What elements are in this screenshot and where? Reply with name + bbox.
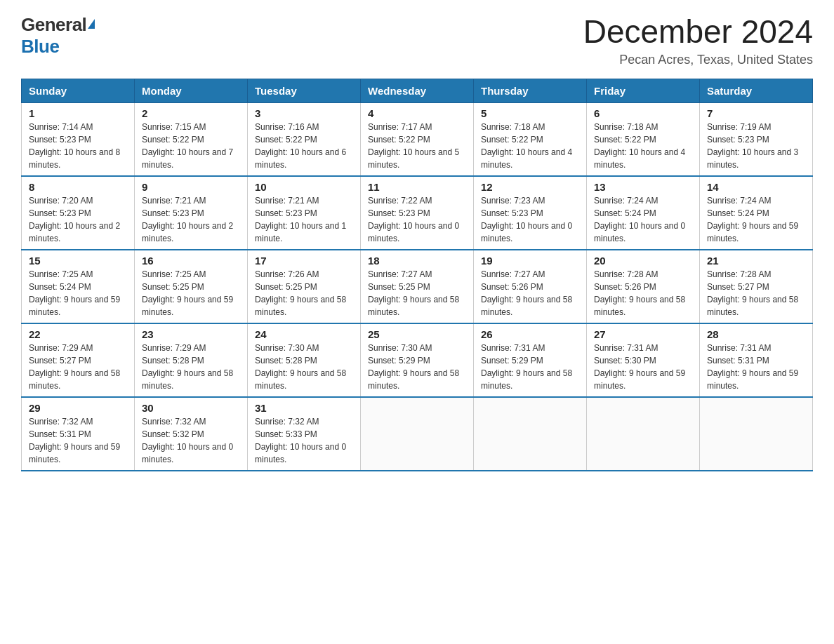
day-info: Sunrise: 7:25 AMSunset: 5:25 PMDaylight:… xyxy=(142,268,240,318)
calendar-cell: 25Sunrise: 7:30 AMSunset: 5:29 PMDayligh… xyxy=(361,323,474,397)
calendar-body: 1Sunrise: 7:14 AMSunset: 5:23 PMDaylight… xyxy=(22,102,813,471)
calendar-cell xyxy=(474,397,587,471)
day-number: 29 xyxy=(29,402,127,414)
day-number: 19 xyxy=(481,255,579,267)
calendar-cell: 26Sunrise: 7:31 AMSunset: 5:29 PMDayligh… xyxy=(474,323,587,397)
day-info: Sunrise: 7:15 AMSunset: 5:22 PMDaylight:… xyxy=(142,121,240,171)
day-number: 12 xyxy=(481,181,579,193)
calendar-cell xyxy=(587,397,700,471)
day-info: Sunrise: 7:32 AMSunset: 5:31 PMDaylight:… xyxy=(29,415,127,466)
day-info: Sunrise: 7:18 AMSunset: 5:22 PMDaylight:… xyxy=(481,121,579,171)
day-number: 27 xyxy=(594,328,692,340)
calendar-cell: 6Sunrise: 7:18 AMSunset: 5:22 PMDaylight… xyxy=(587,102,700,176)
day-info: Sunrise: 7:17 AMSunset: 5:22 PMDaylight:… xyxy=(368,121,466,171)
header-cell-friday: Friday xyxy=(587,79,700,102)
calendar-cell: 28Sunrise: 7:31 AMSunset: 5:31 PMDayligh… xyxy=(700,323,813,397)
day-info: Sunrise: 7:32 AMSunset: 5:33 PMDaylight:… xyxy=(255,415,353,466)
logo-general-text: General xyxy=(21,14,86,36)
day-info: Sunrise: 7:21 AMSunset: 5:23 PMDaylight:… xyxy=(142,194,240,245)
day-number: 31 xyxy=(255,402,353,414)
calendar-cell: 24Sunrise: 7:30 AMSunset: 5:28 PMDayligh… xyxy=(248,323,361,397)
calendar-cell: 22Sunrise: 7:29 AMSunset: 5:27 PMDayligh… xyxy=(22,323,135,397)
day-number: 14 xyxy=(707,181,805,193)
calendar-cell xyxy=(700,397,813,471)
day-info: Sunrise: 7:31 AMSunset: 5:29 PMDaylight:… xyxy=(481,342,579,392)
day-number: 22 xyxy=(29,328,127,340)
calendar-cell: 23Sunrise: 7:29 AMSunset: 5:28 PMDayligh… xyxy=(135,323,248,397)
day-number: 26 xyxy=(481,328,579,340)
day-info: Sunrise: 7:32 AMSunset: 5:32 PMDaylight:… xyxy=(142,415,240,466)
calendar-cell: 3Sunrise: 7:16 AMSunset: 5:22 PMDaylight… xyxy=(248,102,361,176)
day-number: 21 xyxy=(707,255,805,267)
day-number: 25 xyxy=(368,328,466,340)
calendar-cell: 5Sunrise: 7:18 AMSunset: 5:22 PMDaylight… xyxy=(474,102,587,176)
logo: General Blue xyxy=(21,14,95,58)
day-number: 20 xyxy=(594,255,692,267)
day-number: 9 xyxy=(142,181,240,193)
page-header: General Blue December 2024 Pecan Acres, … xyxy=(21,14,813,67)
day-number: 8 xyxy=(29,181,127,193)
day-info: Sunrise: 7:16 AMSunset: 5:22 PMDaylight:… xyxy=(255,121,353,171)
calendar-cell: 27Sunrise: 7:31 AMSunset: 5:30 PMDayligh… xyxy=(587,323,700,397)
calendar-cell: 21Sunrise: 7:28 AMSunset: 5:27 PMDayligh… xyxy=(700,250,813,323)
calendar-cell: 10Sunrise: 7:21 AMSunset: 5:23 PMDayligh… xyxy=(248,176,361,250)
day-number: 11 xyxy=(368,181,466,193)
header-cell-thursday: Thursday xyxy=(474,79,587,102)
day-number: 30 xyxy=(142,402,240,414)
day-number: 18 xyxy=(368,255,466,267)
title-block: December 2024 Pecan Acres, Texas, United… xyxy=(583,14,813,67)
calendar-cell: 14Sunrise: 7:24 AMSunset: 5:24 PMDayligh… xyxy=(700,176,813,250)
day-info: Sunrise: 7:14 AMSunset: 5:23 PMDaylight:… xyxy=(29,121,127,171)
day-info: Sunrise: 7:26 AMSunset: 5:25 PMDaylight:… xyxy=(255,268,353,318)
calendar-cell: 9Sunrise: 7:21 AMSunset: 5:23 PMDaylight… xyxy=(135,176,248,250)
day-number: 10 xyxy=(255,181,353,193)
header-cell-sunday: Sunday xyxy=(22,79,135,102)
day-info: Sunrise: 7:20 AMSunset: 5:23 PMDaylight:… xyxy=(29,194,127,245)
day-number: 13 xyxy=(594,181,692,193)
day-info: Sunrise: 7:31 AMSunset: 5:31 PMDaylight:… xyxy=(707,342,805,392)
day-info: Sunrise: 7:27 AMSunset: 5:25 PMDaylight:… xyxy=(368,268,466,318)
calendar-cell: 11Sunrise: 7:22 AMSunset: 5:23 PMDayligh… xyxy=(361,176,474,250)
header-cell-tuesday: Tuesday xyxy=(248,79,361,102)
day-number: 7 xyxy=(707,107,805,119)
calendar-cell: 8Sunrise: 7:20 AMSunset: 5:23 PMDaylight… xyxy=(22,176,135,250)
day-number: 4 xyxy=(368,107,466,119)
calendar-cell: 17Sunrise: 7:26 AMSunset: 5:25 PMDayligh… xyxy=(248,250,361,323)
day-number: 3 xyxy=(255,107,353,119)
day-info: Sunrise: 7:25 AMSunset: 5:24 PMDaylight:… xyxy=(29,268,127,318)
day-number: 28 xyxy=(707,328,805,340)
day-number: 2 xyxy=(142,107,240,119)
day-info: Sunrise: 7:18 AMSunset: 5:22 PMDaylight:… xyxy=(594,121,692,171)
day-info: Sunrise: 7:28 AMSunset: 5:27 PMDaylight:… xyxy=(707,268,805,318)
day-info: Sunrise: 7:22 AMSunset: 5:23 PMDaylight:… xyxy=(368,194,466,245)
header-row: SundayMondayTuesdayWednesdayThursdayFrid… xyxy=(22,79,813,102)
day-info: Sunrise: 7:21 AMSunset: 5:23 PMDaylight:… xyxy=(255,194,353,245)
day-number: 15 xyxy=(29,255,127,267)
day-info: Sunrise: 7:24 AMSunset: 5:24 PMDaylight:… xyxy=(594,194,692,245)
day-number: 24 xyxy=(255,328,353,340)
calendar-cell xyxy=(361,397,474,471)
day-number: 23 xyxy=(142,328,240,340)
calendar-cell: 7Sunrise: 7:19 AMSunset: 5:23 PMDaylight… xyxy=(700,102,813,176)
calendar-cell: 1Sunrise: 7:14 AMSunset: 5:23 PMDaylight… xyxy=(22,102,135,176)
calendar-cell: 31Sunrise: 7:32 AMSunset: 5:33 PMDayligh… xyxy=(248,397,361,471)
day-number: 17 xyxy=(255,255,353,267)
logo-triangle-icon xyxy=(88,19,95,29)
calendar-week-row: 15Sunrise: 7:25 AMSunset: 5:24 PMDayligh… xyxy=(22,250,813,323)
calendar-header: SundayMondayTuesdayWednesdayThursdayFrid… xyxy=(22,79,813,102)
calendar-cell: 2Sunrise: 7:15 AMSunset: 5:22 PMDaylight… xyxy=(135,102,248,176)
day-number: 16 xyxy=(142,255,240,267)
header-cell-monday: Monday xyxy=(135,79,248,102)
calendar-week-row: 1Sunrise: 7:14 AMSunset: 5:23 PMDaylight… xyxy=(22,102,813,176)
header-cell-saturday: Saturday xyxy=(700,79,813,102)
day-info: Sunrise: 7:31 AMSunset: 5:30 PMDaylight:… xyxy=(594,342,692,392)
day-info: Sunrise: 7:30 AMSunset: 5:29 PMDaylight:… xyxy=(368,342,466,392)
calendar-cell: 20Sunrise: 7:28 AMSunset: 5:26 PMDayligh… xyxy=(587,250,700,323)
calendar-week-row: 29Sunrise: 7:32 AMSunset: 5:31 PMDayligh… xyxy=(22,397,813,471)
calendar-title: December 2024 xyxy=(583,14,813,50)
day-info: Sunrise: 7:30 AMSunset: 5:28 PMDaylight:… xyxy=(255,342,353,392)
day-info: Sunrise: 7:24 AMSunset: 5:24 PMDaylight:… xyxy=(707,194,805,245)
day-number: 5 xyxy=(481,107,579,119)
calendar-cell: 29Sunrise: 7:32 AMSunset: 5:31 PMDayligh… xyxy=(22,397,135,471)
calendar-week-row: 8Sunrise: 7:20 AMSunset: 5:23 PMDaylight… xyxy=(22,176,813,250)
